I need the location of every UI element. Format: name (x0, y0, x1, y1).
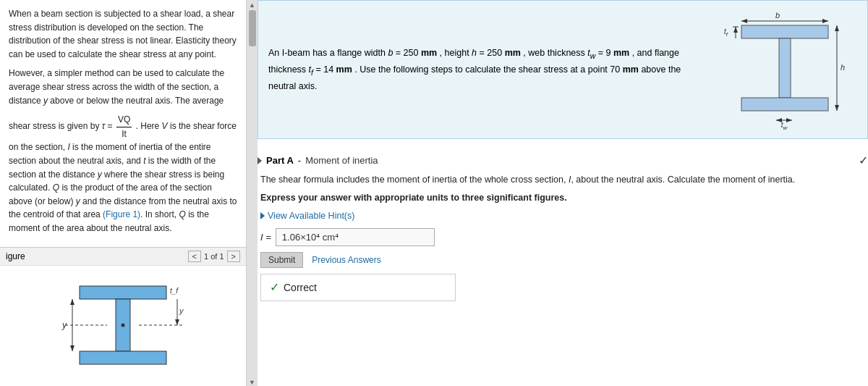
correct-label: Correct (284, 280, 317, 295)
answer-input[interactable] (276, 228, 435, 246)
hint-label: View Available Hint(s) (268, 209, 354, 223)
svg-marker-31 (786, 118, 792, 122)
figure-drawing: y t_f y (0, 266, 246, 386)
center-scrollbar: ▲ ▼ (246, 0, 258, 386)
svg-marker-26 (835, 25, 839, 31)
svg-marker-27 (835, 105, 839, 111)
ibeam-diagram-svg: b tf h (720, 8, 850, 131)
svg-text:y: y (179, 306, 184, 315)
svg-text:b: b (775, 11, 780, 20)
svg-marker-11 (175, 319, 179, 325)
scroll-down-button[interactable]: ▼ (249, 379, 255, 386)
part-a-body: The shear formula includes the moment of… (258, 173, 868, 301)
svg-marker-19 (733, 27, 738, 33)
figure-nav-buttons: < 1 of 1 > (188, 251, 240, 262)
app-container: When a beam section is subjected to a sh… (0, 0, 868, 386)
answer-prefix-label: I = (260, 230, 271, 245)
paragraph-2: However, a simpler method can be used to… (9, 67, 237, 107)
svg-rect-23 (779, 38, 791, 98)
part-a-title: Part A (266, 155, 294, 166)
figure-label: igure (6, 251, 25, 261)
svg-rect-2 (80, 351, 166, 364)
part-a-separator: - (298, 155, 301, 166)
svg-marker-16 (822, 19, 828, 23)
figure-nav-row: igure < 1 of 1 > (0, 248, 246, 266)
figure1-link[interactable]: (Figure 1) (103, 209, 140, 219)
ibeam-cross-section-svg: y t_f y (43, 272, 203, 380)
beam-description: An I-beam has a flange width b = 250 mm … (268, 48, 681, 91)
svg-text:tf: tf (724, 28, 728, 38)
part-a-subtitle: Moment of inertia (305, 155, 378, 166)
svg-rect-24 (741, 98, 828, 111)
submit-button[interactable]: Submit (260, 252, 303, 268)
svg-marker-7 (70, 345, 75, 351)
figure-count: 1 of 1 (204, 252, 224, 261)
part-a-complete-check: ✓ (859, 154, 868, 167)
part-a-instruction: Express your answer with appropriate uni… (260, 191, 868, 205)
collapse-triangle-icon[interactable] (258, 157, 262, 164)
scroll-up-button[interactable]: ▲ (249, 1, 255, 9)
beam-diagram: b tf h (712, 8, 857, 131)
svg-text:tw: tw (781, 121, 788, 131)
hint-toggle[interactable]: View Available Hint(s) (260, 209, 868, 223)
correct-badge: ✓ Correct (260, 274, 456, 301)
left-text-content: When a beam section is subjected to a sh… (0, 0, 246, 247)
figure-prev-button[interactable]: < (188, 251, 201, 262)
beam-description-text: An I-beam has a flange width b = 250 mm … (268, 46, 698, 93)
part-a-section: Part A - Moment of inertia ✓ The shear f… (258, 154, 868, 301)
scrollbar-thumb[interactable] (249, 10, 256, 46)
right-panel: An I-beam has a flange width b = 250 mm … (258, 0, 868, 386)
part-a-header: Part A - Moment of inertia ✓ (258, 154, 868, 167)
beam-info-box: An I-beam has a flange width b = 250 mm … (258, 0, 868, 139)
previous-answers-link[interactable]: Previous Answers (312, 253, 380, 267)
correct-checkmark-icon: ✓ (270, 279, 279, 296)
svg-marker-6 (70, 299, 75, 305)
svg-rect-22 (741, 25, 828, 38)
fraction-vq-it: VQ It (116, 113, 132, 140)
scrollbar-track (249, 10, 256, 379)
svg-text:h: h (841, 63, 845, 72)
submit-row: Submit Previous Answers (260, 252, 868, 268)
figure-next-button[interactable]: > (227, 251, 240, 262)
svg-rect-0 (80, 286, 166, 299)
left-figure-section: igure < 1 of 1 > (0, 247, 246, 386)
left-panel: When a beam section is subjected to a sh… (0, 0, 246, 386)
hint-arrow-icon (260, 212, 265, 219)
svg-text:y: y (61, 320, 67, 330)
paragraph-1: When a beam section is subjected to a sh… (9, 7, 237, 61)
svg-text:t_f: t_f (170, 287, 179, 295)
answer-input-row: I = (260, 228, 868, 246)
svg-marker-15 (741, 19, 747, 23)
part-a-description: The shear formula includes the moment of… (260, 173, 868, 187)
svg-point-13 (122, 324, 125, 327)
paragraph-3: shear stress is given by τ = VQ It . Her… (9, 113, 237, 235)
